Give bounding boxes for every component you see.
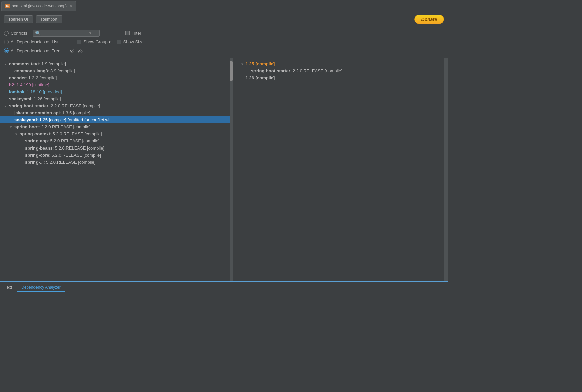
search-icon: 🔍 — [35, 31, 41, 36]
options-row-3: All Dependencies as Tree — [4, 46, 444, 55]
tree-row[interactable]: h2 : 1.4.199 [runtime] — [0, 81, 233, 88]
dep-rest: : 5.2.0.RELEASE [compile] — [53, 145, 104, 151]
show-size-checkbox-box — [117, 40, 121, 44]
dep-rest: : 1.4.199 [runtime] — [14, 82, 49, 87]
dep-rest: : 1.9 [compile] — [39, 61, 66, 66]
refresh-ui-button[interactable]: Refresh UI — [4, 15, 33, 23]
bottom-tab[interactable]: Dependency Analyzer — [17, 284, 65, 292]
filter-checkbox[interactable]: Filter — [125, 31, 141, 36]
dep-name: spring-beans — [25, 145, 53, 151]
tree-row[interactable]: commons-lang3 : 3.9 [compile] — [0, 67, 233, 74]
tree-row[interactable]: lombok : 1.18.10 [provided] — [0, 88, 233, 95]
show-size-checkbox[interactable]: Show Size — [117, 39, 143, 44]
search-input[interactable] — [42, 31, 89, 36]
tree-row[interactable]: ∨ 1.25 [compile] — [237, 60, 440, 67]
tab-label: pom.xml (java-code-workshop) — [12, 4, 67, 8]
dep-rest: : 1.26 [compile] — [31, 96, 61, 101]
dep-rest: : 1.25 [compile] (omitted for conflict w… — [37, 117, 110, 122]
conflicts-label: Conflicts — [11, 31, 27, 36]
tab-icon: m — [5, 4, 10, 8]
left-scrollbar[interactable] — [230, 58, 233, 281]
dep-name: spring-boot — [14, 124, 39, 129]
dep-name: spring-context — [20, 131, 50, 136]
expand-all-icon[interactable] — [68, 47, 75, 54]
bottom-tab[interactable]: Text — [0, 284, 17, 292]
dep-name: 1.26 [compile] — [246, 75, 275, 80]
right-tree: ∨ 1.25 [compile]spring-boot-starter : 2.… — [233, 58, 444, 83]
dep-name: snakeyaml — [9, 96, 31, 101]
show-groupid-checkbox-box — [77, 40, 81, 44]
tree-row[interactable]: encoder : 1.2.2 [compile] — [0, 74, 233, 81]
dep-name: encoder — [9, 75, 26, 80]
filter-label: Filter — [132, 31, 141, 36]
dep-rest: : 5.2.0.RELEASE [compile] — [48, 138, 99, 143]
dep-rest: : 5.2.0.RELEASE [compile] — [50, 131, 102, 136]
tree-row[interactable]: spring-boot-starter : 2.2.0.RELEASE [com… — [237, 67, 440, 74]
dep-rest: : 2.2.0.RELEASE [compile] — [290, 68, 342, 73]
tree-row[interactable]: snakeyaml : 1.25 [compile] (omitted for … — [0, 116, 233, 123]
dep-name: lombok — [9, 89, 24, 94]
dep-name: commons-lang3 — [14, 68, 48, 73]
tree-row[interactable]: ∨ spring-context : 5.2.0.RELEASE [compil… — [0, 130, 233, 137]
dep-name: spring-boot-starter — [251, 68, 290, 73]
left-panel: ∨ commons-text : 1.9 [compile]commons-la… — [0, 58, 233, 281]
dep-name: jakarta.annotation-api — [14, 110, 60, 115]
dep-rest: : 1.18.10 [provided] — [24, 89, 62, 94]
tree-row[interactable]: ∨ commons-text : 1.9 [compile] — [0, 60, 233, 67]
main-scrollbar[interactable] — [444, 58, 448, 281]
tree-row[interactable]: ∨ spring-boot-starter : 2.2.0.RELEASE [c… — [0, 102, 233, 109]
options-area: Conflicts 🔍 ▼ Filter All Dependencies as… — [0, 27, 448, 58]
all-deps-tree-label: All Dependencies as Tree — [11, 48, 60, 53]
all-deps-tree-radio[interactable]: All Dependencies as Tree — [4, 48, 60, 53]
left-scrollbar-thumb[interactable] — [230, 61, 233, 81]
chevron-icon: ∨ — [15, 132, 20, 136]
conflicts-radio[interactable]: Conflicts — [4, 31, 27, 36]
dep-name: spring-... — [25, 160, 44, 165]
dep-name: 1.25 [compile] — [246, 61, 275, 66]
dep-name: h2 — [9, 82, 14, 87]
all-deps-tree-radio-circle — [4, 48, 9, 53]
chevron-icon: ∨ — [10, 125, 14, 129]
dep-name: spring-core — [25, 153, 49, 158]
all-deps-list-radio-circle — [4, 40, 9, 44]
tab-bar: m pom.xml (java-code-workshop) × — [0, 0, 448, 12]
tree-row[interactable]: spring-... : 5.2.0.RELEASE [compile] — [0, 159, 233, 166]
show-groupid-checkbox[interactable]: Show GroupId — [77, 39, 111, 44]
conflicts-radio-circle — [4, 31, 9, 36]
options-row-2: All Dependencies as List Show GroupId Sh… — [4, 38, 444, 46]
tab-close-icon[interactable]: × — [70, 4, 72, 8]
tree-icons — [68, 47, 84, 54]
dep-name: spring-boot-starter — [9, 103, 48, 108]
tree-row[interactable]: jakarta.annotation-api : 1.3.5 [compile] — [0, 109, 233, 116]
show-groupid-label: Show GroupId — [83, 39, 111, 44]
tab-pom-xml[interactable]: m pom.xml (java-code-workshop) × — [1, 1, 76, 11]
donate-button[interactable]: Donate — [414, 15, 444, 24]
dep-name: spring-aop — [25, 138, 48, 143]
dep-rest: : 1.3.5 [compile] — [60, 110, 90, 115]
tree-row[interactable]: 1.26 [compile] — [237, 74, 440, 81]
chevron-icon: ∨ — [4, 62, 9, 66]
collapse-all-icon[interactable] — [77, 47, 84, 54]
chevron-icon: ∨ — [241, 62, 246, 66]
show-size-label: Show Size — [123, 39, 143, 44]
tree-row[interactable]: spring-beans : 5.2.0.RELEASE [compile] — [0, 144, 233, 152]
toolbar: Refresh UI Reimport Donate — [0, 12, 448, 27]
tree-row[interactable]: spring-aop : 5.2.0.RELEASE [compile] — [0, 137, 233, 144]
dep-rest: : 1.2.2 [compile] — [26, 75, 57, 80]
search-dropdown-icon[interactable]: ▼ — [89, 31, 92, 35]
tree-row[interactable]: spring-core : 5.2.0.RELEASE [compile] — [0, 152, 233, 159]
dep-name: snakeyaml — [14, 117, 37, 122]
dep-rest: : 2.2.0.RELEASE [compile] — [48, 103, 100, 108]
dep-rest: : 5.2.0.RELEASE [compile] — [49, 153, 101, 158]
dep-rest: : 5.2.0.RELEASE [compile] — [44, 160, 95, 165]
bottom-tabs: TextDependency Analyzer — [0, 282, 448, 292]
filter-checkbox-box — [125, 31, 130, 35]
right-panel: ∨ 1.25 [compile]spring-boot-starter : 2.… — [233, 58, 444, 281]
chevron-icon: ∨ — [4, 104, 9, 108]
tree-row[interactable]: snakeyaml : 1.26 [compile] — [0, 95, 233, 102]
tree-row[interactable]: ∨ spring-boot : 2.2.0.RELEASE [compile] — [0, 123, 233, 130]
all-deps-list-radio[interactable]: All Dependencies as List — [4, 39, 58, 44]
search-box[interactable]: 🔍 ▼ — [33, 30, 100, 37]
reimport-button[interactable]: Reimport — [36, 15, 62, 23]
dep-name: commons-text — [9, 61, 39, 66]
